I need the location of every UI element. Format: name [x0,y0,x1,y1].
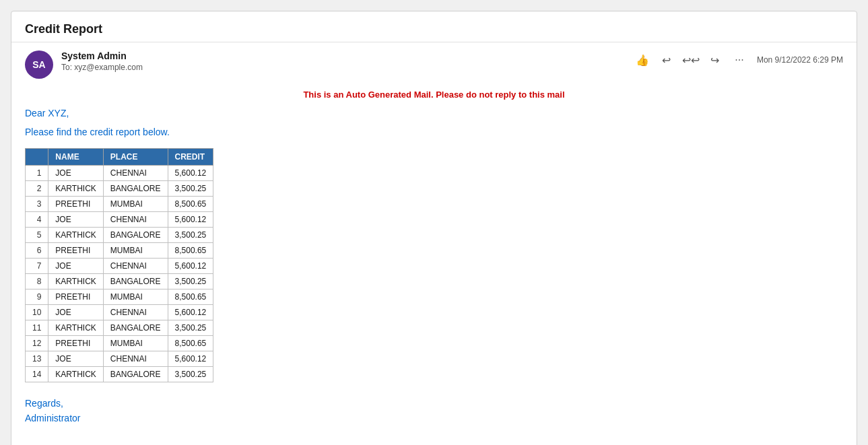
reply-all-icon[interactable]: ↩↩ [681,50,700,69]
cell-num: 10 [26,305,48,320]
table-row: 12 PREETHI MUMBAI 8,500.65 [26,336,213,351]
cell-name: PREETHI [48,289,103,305]
sender-info: System Admin To: xyz@example.com [61,50,143,72]
cell-name: KARTHICK [48,274,103,289]
email-header: SA System Admin To: xyz@example.com 👍 ↩ … [11,42,857,84]
cell-credit: 5,600.12 [168,351,213,367]
cell-name: JOE [48,351,103,367]
cell-num: 8 [26,274,48,289]
reply-icon[interactable]: ↩ [657,50,676,69]
cell-credit: 5,600.12 [168,212,213,228]
forward-icon[interactable]: ↪ [706,50,725,69]
table-row: 13 JOE CHENNAI 5,600.12 [26,351,213,367]
email-title: Credit Report [25,22,102,36]
cell-credit: 8,500.65 [168,336,213,351]
col-header-name: NAME [48,149,103,166]
table-row: 2 KARTHICK BANGALORE 3,500.25 [26,181,213,197]
cell-name: JOE [48,259,103,274]
cell-place: BANGALORE [103,274,168,289]
cell-credit: 8,500.65 [168,289,213,305]
cell-name: KARTHICK [48,320,103,336]
cell-name: PREETHI [48,336,103,351]
cell-credit: 5,600.12 [168,305,213,320]
table-row: 8 KARTHICK BANGALORE 3,500.25 [26,274,213,289]
cell-num: 2 [26,181,48,197]
cell-num: 5 [26,228,48,243]
cell-num: 3 [26,197,48,212]
email-timestamp: Mon 9/12/2022 6:29 PM [757,55,843,65]
credit-table: NAME PLACE CREDIT 1 JOE CHENNAI 5,600.12… [25,148,213,382]
cell-credit: 5,600.12 [168,259,213,274]
cell-place: CHENNAI [103,212,168,228]
cell-place: MUMBAI [103,289,168,305]
intro-text: Please find the credit report below. [25,127,843,137]
cell-name: KARTHICK [48,181,103,197]
sender-name: System Admin [61,50,143,61]
cell-num: 11 [26,320,48,336]
cell-num: 7 [26,259,48,274]
cell-name: KARTHICK [48,228,103,243]
cell-num: 1 [26,166,48,181]
cell-credit: 5,600.12 [168,166,213,181]
cell-place: BANGALORE [103,181,168,197]
cell-place: CHENNAI [103,305,168,320]
col-header-place: PLACE [103,149,168,166]
cell-num: 4 [26,212,48,228]
cell-num: 6 [26,243,48,259]
cell-place: CHENNAI [103,166,168,181]
avatar: SA [25,50,53,79]
email-title-bar: Credit Report [11,11,857,42]
cell-credit: 3,500.25 [168,274,213,289]
regards-section: Regards, Administrator [25,396,843,426]
cell-place: CHENNAI [103,351,168,367]
regards-line1: Regards, [25,396,843,411]
cell-num: 9 [26,289,48,305]
email-body: This is an Auto Generated Mail. Please d… [11,84,857,445]
cell-place: MUMBAI [103,197,168,212]
sender-section: SA System Admin To: xyz@example.com [25,50,143,79]
cell-num: 14 [26,367,48,382]
table-row: 10 JOE CHENNAI 5,600.12 [26,305,213,320]
cell-name: JOE [48,166,103,181]
email-actions: 👍 ↩ ↩↩ ↪ ··· [633,50,749,69]
table-row: 14 KARTHICK BANGALORE 3,500.25 [26,367,213,382]
table-row: 1 JOE CHENNAI 5,600.12 [26,166,213,181]
auto-generated-notice: This is an Auto Generated Mail. Please d… [25,90,843,100]
cell-place: BANGALORE [103,367,168,382]
header-row-actions: 👍 ↩ ↩↩ ↪ ··· Mon 9/12/2022 6:29 PM [633,50,843,69]
sender-to: To: xyz@example.com [61,63,143,72]
cell-credit: 3,500.25 [168,320,213,336]
cell-num: 12 [26,336,48,351]
email-container: Credit Report SA System Admin To: xyz@ex… [11,11,857,445]
cell-place: BANGALORE [103,228,168,243]
cell-name: JOE [48,212,103,228]
cell-name: PREETHI [48,197,103,212]
table-row: 9 PREETHI MUMBAI 8,500.65 [26,289,213,305]
cell-name: JOE [48,305,103,320]
cell-credit: 3,500.25 [168,367,213,382]
table-row: 3 PREETHI MUMBAI 8,500.65 [26,197,213,212]
table-row: 4 JOE CHENNAI 5,600.12 [26,212,213,228]
cell-num: 13 [26,351,48,367]
table-row: 11 KARTHICK BANGALORE 3,500.25 [26,320,213,336]
col-header-num [26,149,48,166]
cell-name: PREETHI [48,243,103,259]
table-row: 7 JOE CHENNAI 5,600.12 [26,259,213,274]
col-header-credit: CREDIT [168,149,213,166]
greeting: Dear XYZ, [25,108,843,118]
cell-credit: 8,500.65 [168,243,213,259]
cell-place: BANGALORE [103,320,168,336]
cell-credit: 8,500.65 [168,197,213,212]
cell-credit: 3,500.25 [168,228,213,243]
cell-place: MUMBAI [103,243,168,259]
cell-place: MUMBAI [103,336,168,351]
cell-credit: 3,500.25 [168,181,213,197]
table-header-row: NAME PLACE CREDIT [26,149,213,166]
more-options-icon[interactable]: ··· [730,50,749,69]
table-row: 6 PREETHI MUMBAI 8,500.65 [26,243,213,259]
cell-place: CHENNAI [103,259,168,274]
regards-line2: Administrator [25,411,843,425]
cell-name: KARTHICK [48,367,103,382]
table-row: 5 KARTHICK BANGALORE 3,500.25 [26,228,213,243]
thumbs-up-icon[interactable]: 👍 [633,50,652,69]
